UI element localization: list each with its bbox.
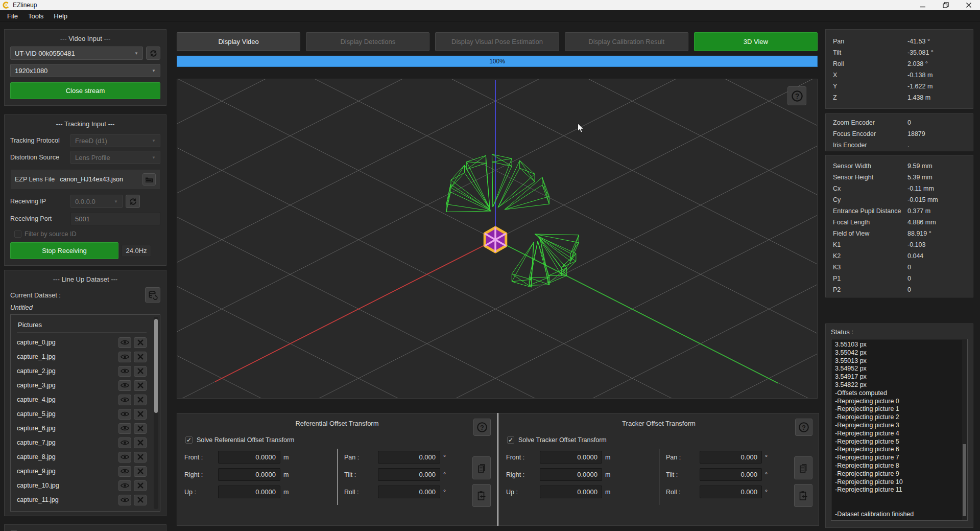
- offset-field-input[interactable]: 0.000: [700, 451, 762, 464]
- status-line: -Reprojecting picture 9: [835, 470, 960, 478]
- solve-tracker-checkbox[interactable]: ✓: [507, 436, 514, 444]
- solve-referential-checkbox[interactable]: ✓: [185, 436, 193, 444]
- visibility-toggle-button[interactable]: [118, 409, 131, 420]
- display-video-button[interactable]: Display Video: [177, 32, 300, 51]
- intrinsic-row: K1 -0.103: [833, 239, 973, 250]
- status-log[interactable]: 3.55103 px3.55042 px3.55013 px3.54952 px…: [831, 339, 968, 521]
- intrinsic-row: K2 0.044: [833, 250, 973, 262]
- paste-button[interactable]: [472, 484, 491, 507]
- close-button[interactable]: [957, 0, 980, 10]
- copy-button[interactable]: [472, 456, 491, 479]
- stop-receiving-button[interactable]: Stop Receiving: [10, 242, 118, 259]
- pictures-scrollbar[interactable]: [154, 317, 158, 509]
- picture-row[interactable]: capture_2.jpg: [17, 364, 147, 378]
- view-3d-button[interactable]: 3D View: [694, 32, 818, 51]
- delete-picture-button[interactable]: [134, 495, 147, 505]
- offset-field-input[interactable]: 0.0000: [218, 451, 280, 464]
- picture-row[interactable]: capture_9.jpg: [17, 464, 147, 478]
- visibility-toggle-button[interactable]: [118, 380, 131, 391]
- pose-value: -0.138 m: [907, 72, 933, 79]
- delete-picture-button[interactable]: [134, 437, 147, 448]
- chevron-down-icon: ▼: [131, 51, 138, 56]
- intrinsic-value: 4.886 mm: [907, 219, 936, 226]
- chevron-down-icon: ▼: [111, 199, 118, 204]
- menu-item[interactable]: Tools: [23, 12, 49, 20]
- close-stream-button[interactable]: Close stream: [10, 82, 160, 99]
- intrinsic-label: Field of View: [833, 230, 907, 237]
- picture-row[interactable]: capture_8.jpg: [17, 450, 147, 464]
- visibility-toggle-button[interactable]: [118, 395, 131, 405]
- picture-row[interactable]: capture_1.jpg: [17, 350, 147, 364]
- picture-row[interactable]: capture_5.jpg: [17, 407, 147, 421]
- picture-row[interactable]: capture_4.jpg: [17, 393, 147, 407]
- delete-picture-button[interactable]: [134, 480, 147, 491]
- help-button[interactable]: [795, 419, 812, 436]
- offset-field-label: Pan :: [344, 454, 378, 461]
- visibility-toggle-button[interactable]: [118, 366, 131, 377]
- status-scrollbar[interactable]: [962, 340, 967, 520]
- video-refresh-button[interactable]: [146, 47, 160, 60]
- picture-row[interactable]: capture_10.jpg: [17, 478, 147, 493]
- picture-row[interactable]: capture_6.jpg: [17, 421, 147, 435]
- visibility-toggle-button[interactable]: [118, 352, 131, 362]
- offset-field-input[interactable]: 0.0000: [218, 468, 280, 481]
- offset-field-input[interactable]: 0.000: [700, 486, 762, 498]
- picture-row[interactable]: capture_0.jpg: [17, 335, 147, 350]
- delete-picture-button[interactable]: [134, 352, 147, 362]
- intrinsic-value: -0.015 mm: [907, 196, 938, 203]
- tracker-title: Tracker Offset Transform: [506, 420, 811, 427]
- offset-field-input[interactable]: 0.0000: [540, 468, 602, 481]
- delete-picture-button[interactable]: [134, 466, 147, 477]
- visibility-toggle-button[interactable]: [118, 480, 131, 491]
- delete-picture-button[interactable]: [134, 452, 147, 463]
- visibility-toggle-button[interactable]: [118, 466, 131, 477]
- dataset-sync-button[interactable]: [145, 287, 160, 303]
- offset-field-unit: °: [443, 489, 446, 496]
- visibility-toggle-button[interactable]: [118, 437, 131, 448]
- offset-field-input[interactable]: 0.000: [378, 468, 440, 481]
- chevron-down-icon: ▼: [149, 155, 156, 160]
- picture-row[interactable]: capture_7.jpg: [17, 435, 147, 450]
- intrinsic-row: Entrance Pupil Distance 0.377 m: [833, 205, 973, 217]
- delete-picture-button[interactable]: [134, 380, 147, 391]
- lens-file-label: EZP Lens File: [15, 176, 55, 183]
- 3d-viewport[interactable]: [177, 79, 818, 399]
- offset-field-input[interactable]: 0.0000: [540, 451, 602, 464]
- delete-picture-button[interactable]: [134, 409, 147, 420]
- help-button[interactable]: [787, 86, 806, 105]
- receiving-ip-select: 0.0.0.0▼: [70, 195, 123, 208]
- delete-picture-button[interactable]: [134, 337, 147, 348]
- ip-refresh-button[interactable]: [126, 195, 140, 208]
- delete-picture-button[interactable]: [134, 366, 147, 377]
- paste-button[interactable]: [794, 484, 812, 507]
- menu-item[interactable]: File: [2, 12, 23, 20]
- visibility-toggle-button[interactable]: [118, 452, 131, 463]
- video-resolution-select[interactable]: 1920x1080▼: [10, 64, 160, 77]
- encoder-value: 0: [907, 119, 911, 126]
- intrinsic-row: P2 0: [833, 284, 973, 295]
- intrinsic-row: Cy -0.015 mm: [833, 194, 973, 205]
- pictures-rows: capture_0.jpg capture_1.jpg capture_2.: [17, 333, 147, 507]
- delete-picture-button[interactable]: [134, 423, 147, 434]
- picture-row[interactable]: capture_3.jpg: [17, 378, 147, 393]
- picture-row[interactable]: capture_11.jpg: [17, 493, 147, 507]
- visibility-toggle-button[interactable]: [118, 495, 131, 505]
- copy-button[interactable]: [794, 456, 812, 479]
- open-lens-file-button[interactable]: [142, 173, 156, 186]
- offset-field-input[interactable]: 0.000: [700, 468, 762, 481]
- video-device-select[interactable]: UT-VID 00k0550481▼: [10, 47, 143, 60]
- picture-filename: capture_8.jpg: [17, 453, 116, 460]
- delete-picture-button[interactable]: [134, 395, 147, 405]
- menu-item[interactable]: Help: [49, 12, 73, 20]
- minimize-button[interactable]: [911, 0, 934, 10]
- offset-field-input[interactable]: 0.000: [378, 486, 440, 498]
- offset-field-input[interactable]: 0.0000: [540, 486, 602, 498]
- help-button[interactable]: [473, 419, 491, 436]
- offset-field-input[interactable]: 0.000: [378, 451, 440, 464]
- current-dataset-value: Untitled: [10, 304, 160, 311]
- visibility-toggle-button[interactable]: [118, 423, 131, 434]
- offset-field-input[interactable]: 0.0000: [218, 486, 280, 498]
- maximize-button[interactable]: [934, 0, 957, 10]
- receiving-port-input[interactable]: 5001: [70, 212, 160, 225]
- visibility-toggle-button[interactable]: [118, 337, 131, 348]
